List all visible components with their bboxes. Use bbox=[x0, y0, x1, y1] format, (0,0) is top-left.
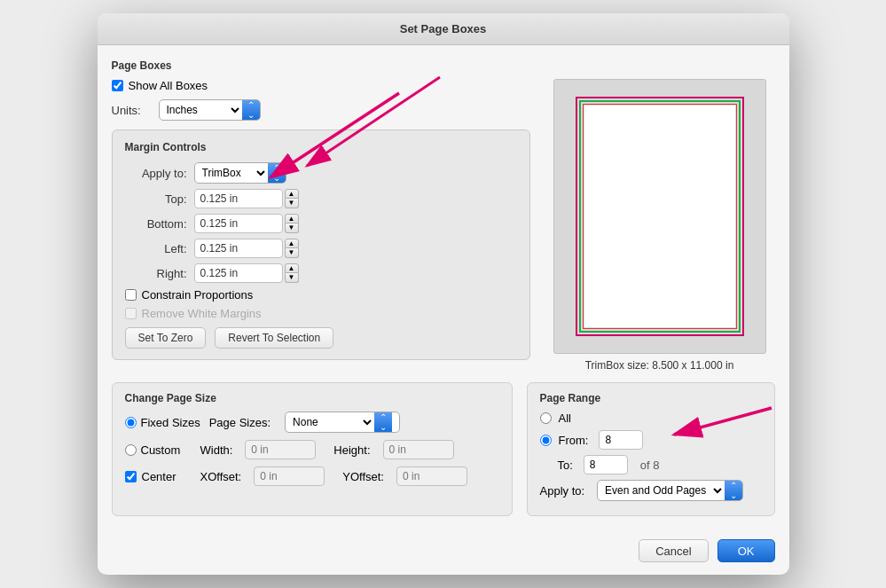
fixed-sizes-label: Fixed Sizes bbox=[125, 416, 200, 429]
remove-white-margins-checkbox[interactable] bbox=[125, 308, 137, 319]
bottom-section: Change Page Size Fixed Sizes Page Sizes:… bbox=[112, 382, 775, 516]
xoffset-input[interactable] bbox=[254, 466, 325, 486]
height-input[interactable] bbox=[383, 440, 454, 459]
custom-label: Custom bbox=[125, 443, 192, 457]
bottom-input[interactable] bbox=[194, 214, 283, 233]
page-preview bbox=[576, 97, 744, 336]
bottom-down-button[interactable]: ▼ bbox=[285, 223, 299, 233]
custom-radio[interactable] bbox=[125, 444, 137, 456]
apply-to-row: Apply to: TrimBox MediaBox CropBox Bleed… bbox=[125, 162, 517, 184]
preview-caption: TrimBox size: 8.500 x 11.000 in bbox=[585, 359, 734, 372]
show-all-boxes-label: Show All Boxes bbox=[129, 79, 208, 92]
yoffset-input[interactable] bbox=[396, 466, 467, 486]
width-label: Width: bbox=[200, 443, 233, 457]
all-label: All bbox=[559, 412, 571, 425]
left-down-button[interactable]: ▼ bbox=[285, 248, 299, 258]
bottom-label: Bottom: bbox=[125, 217, 187, 231]
xoffset-label: XOffset: bbox=[200, 470, 242, 483]
page-sizes-select-wrap[interactable]: None Letter Legal A4 ⌃⌄ bbox=[285, 412, 400, 433]
revert-to-selection-button[interactable]: Revert To Selection bbox=[215, 327, 333, 349]
change-page-size-title: Change Page Size bbox=[125, 392, 499, 404]
top-label: Top: bbox=[125, 192, 187, 206]
apply-to-page-range-row: Apply to: Even and Odd Pages Even Pages … bbox=[540, 480, 762, 501]
right-label: Right: bbox=[125, 267, 187, 280]
to-input[interactable] bbox=[584, 455, 628, 474]
apply-to-page-range-label: Apply to: bbox=[540, 484, 585, 498]
top-input[interactable] bbox=[194, 189, 283, 208]
yoffset-label: YOffset: bbox=[342, 470, 384, 483]
right-up-button[interactable]: ▲ bbox=[285, 263, 299, 273]
of-text: of 8 bbox=[640, 459, 660, 472]
page-range-apply-select-wrap[interactable]: Even and Odd Pages Even Pages Only Odd P… bbox=[597, 480, 743, 501]
apply-to-arrow-icon: ⌃⌄ bbox=[268, 163, 286, 183]
from-row: From: bbox=[540, 430, 762, 450]
left-label: Left: bbox=[125, 242, 187, 255]
page-boxes-section-title: Page Boxes bbox=[112, 59, 775, 72]
set-to-zero-button[interactable]: Set To Zero bbox=[125, 327, 207, 349]
custom-row: Custom Width: Height: bbox=[125, 440, 499, 459]
left-input[interactable] bbox=[194, 239, 283, 258]
remove-white-margins-row: Remove White Margins bbox=[125, 307, 517, 320]
width-input[interactable] bbox=[245, 440, 316, 459]
margin-controls-box: Margin Controls Apply to: TrimBox MediaB… bbox=[112, 129, 530, 360]
page-sizes-arrow-icon: ⌃⌄ bbox=[374, 412, 392, 432]
from-label: From: bbox=[559, 434, 589, 447]
apply-to-select[interactable]: TrimBox MediaBox CropBox BleedBox ArtBox bbox=[195, 163, 268, 183]
top-down-button[interactable]: ▼ bbox=[285, 199, 299, 208]
constrain-proportions-checkbox[interactable] bbox=[125, 289, 137, 301]
center-label: Center bbox=[142, 470, 176, 483]
bottom-up-button[interactable]: ▲ bbox=[285, 214, 299, 223]
page-range-apply-arrow-icon: ⌃⌄ bbox=[725, 481, 742, 500]
units-row: Units: Inches Centimeters Millimeters Po… bbox=[112, 99, 530, 121]
top-up-button[interactable]: ▲ bbox=[285, 189, 299, 199]
apply-to-select-wrap[interactable]: TrimBox MediaBox CropBox BleedBox ArtBox… bbox=[194, 162, 286, 184]
show-all-boxes-row: Show All Boxes bbox=[112, 79, 530, 92]
to-row: To: of 8 bbox=[540, 455, 762, 474]
units-select-wrap[interactable]: Inches Centimeters Millimeters Points ⌃⌄ bbox=[159, 99, 261, 121]
constrain-proportions-label: Constrain Proportions bbox=[142, 288, 254, 302]
right-stepper[interactable]: ▲ ▼ bbox=[285, 263, 299, 283]
bottom-stepper[interactable]: ▲ ▼ bbox=[285, 214, 299, 233]
right-panel: TrimBox size: 8.500 x 11.000 in bbox=[545, 79, 775, 372]
show-all-boxes-checkbox[interactable] bbox=[112, 80, 123, 91]
page-white-area bbox=[584, 106, 735, 327]
right-down-button[interactable]: ▼ bbox=[285, 273, 299, 283]
ok-button[interactable]: OK bbox=[717, 539, 775, 562]
bottom-row: Bottom: ▲ ▼ bbox=[125, 214, 517, 233]
center-row: Center XOffset: YOffset: bbox=[125, 466, 499, 486]
fixed-sizes-radio[interactable] bbox=[125, 417, 137, 428]
units-select-arrow-icon: ⌃⌄ bbox=[242, 100, 260, 120]
fixed-sizes-row: Fixed Sizes Page Sizes: None Letter Lega… bbox=[125, 412, 499, 433]
page-range-title: Page Range bbox=[540, 392, 762, 404]
remove-white-margins-label: Remove White Margins bbox=[142, 307, 262, 320]
to-label: To: bbox=[558, 459, 573, 472]
page-sizes-label: Page Sizes: bbox=[209, 416, 271, 429]
center-checkbox[interactable] bbox=[125, 471, 137, 482]
constrain-proportions-row: Constrain Proportions bbox=[125, 288, 517, 302]
right-input[interactable] bbox=[194, 263, 283, 283]
cancel-button[interactable]: Cancel bbox=[639, 539, 708, 562]
top-stepper[interactable]: ▲ ▼ bbox=[285, 189, 299, 208]
page-range-apply-select[interactable]: Even and Odd Pages Even Pages Only Odd P… bbox=[598, 481, 725, 500]
apply-to-label: Apply to: bbox=[125, 167, 187, 180]
left-stepper[interactable]: ▲ ▼ bbox=[285, 239, 299, 258]
from-input[interactable] bbox=[599, 430, 643, 450]
footer: Cancel OK bbox=[98, 530, 789, 575]
top-row: Top: ▲ ▼ bbox=[125, 189, 517, 208]
from-radio[interactable] bbox=[540, 435, 552, 446]
margin-controls-title: Margin Controls bbox=[125, 141, 517, 153]
left-up-button[interactable]: ▲ bbox=[285, 239, 299, 248]
dialog-title: Set Page Boxes bbox=[400, 22, 487, 35]
all-radio[interactable] bbox=[540, 412, 552, 424]
margin-buttons-row: Set To Zero Revert To Selection bbox=[125, 327, 517, 349]
page-range-panel: Page Range All From: To: of 8 bbox=[527, 382, 775, 516]
page-sizes-select[interactable]: None Letter Legal A4 bbox=[286, 412, 374, 432]
custom-text: Custom bbox=[141, 443, 181, 457]
units-label: Units: bbox=[112, 104, 152, 117]
units-select[interactable]: Inches Centimeters Millimeters Points bbox=[160, 100, 242, 120]
left-row: Left: ▲ ▼ bbox=[125, 239, 517, 258]
title-bar: Set Page Boxes bbox=[98, 13, 789, 45]
set-page-boxes-dialog: Set Page Boxes Page Boxes Show All Boxes… bbox=[98, 13, 789, 575]
page-preview-container bbox=[553, 79, 766, 354]
all-row: All bbox=[540, 412, 762, 425]
